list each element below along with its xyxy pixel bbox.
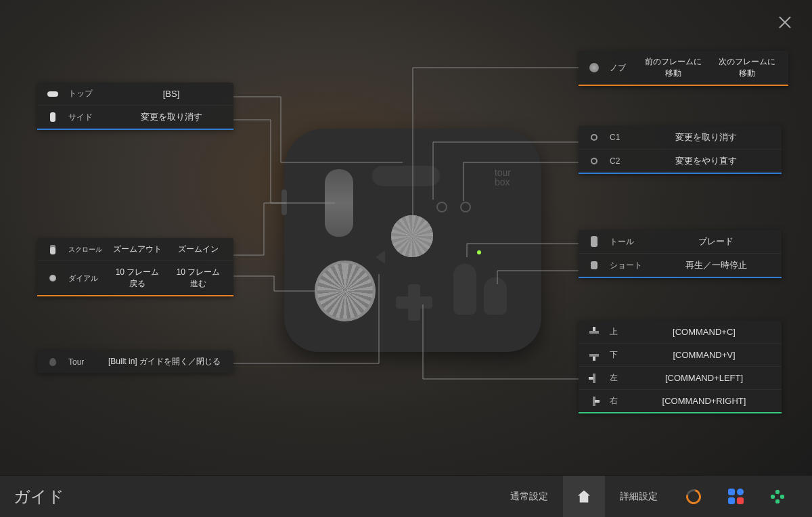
knob-graphic (391, 215, 433, 257)
home-icon (578, 491, 590, 503)
panel-dpad: 上 [COMMAND+C] 下 [COMMAND+V] 左 [COMMAND+L… (579, 321, 782, 413)
panel-c-buttons: C1 変更を取り消す C2 変更をやり直す (579, 126, 782, 174)
tour-label: Tour (68, 357, 95, 367)
short-icon (591, 261, 597, 269)
page-title: ガイド (14, 486, 495, 508)
dpad-down-icon (589, 351, 599, 360)
knob-action-right: 次のフレームに移動 (715, 56, 779, 79)
row-dial[interactable]: ダイアル 10 フレーム戻る 10 フレーム進む (37, 261, 233, 295)
c2-action: 変更をやり直す (639, 155, 772, 167)
up-action: [COMMAND+C] (636, 327, 772, 337)
circle-icon (591, 158, 597, 164)
row-left[interactable]: 左 [COMMAND+LEFT] (579, 366, 782, 389)
c1-action: 変更を取り消す (639, 131, 772, 143)
down-label: 下 (610, 349, 627, 361)
dpad-mode-button[interactable] (757, 490, 798, 503)
knob-icon (589, 63, 599, 72)
home-button[interactable] (563, 476, 605, 518)
row-right[interactable]: 右 [COMMAND+RIGHT] (579, 389, 782, 412)
side-action: 変更を取り消す (118, 111, 224, 123)
scroll-right: ズームイン (173, 244, 224, 255)
dpad-mode-icon (771, 490, 784, 503)
up-label: 上 (610, 326, 627, 338)
short-label: ショート (610, 260, 650, 271)
tall-action: ブレード (660, 235, 772, 248)
right-label: 右 (610, 395, 627, 407)
device-illustration: tourbox (284, 129, 541, 352)
scroll-label: スクロール (68, 245, 102, 254)
panel-scroll-dial: スクロール ズームアウト ズームイン ダイアル 10 フレーム戻る 10 フレー… (37, 238, 233, 296)
row-side[interactable]: サイド 変更を取り消す (37, 105, 233, 129)
short-action: 再生／一時停止 (660, 259, 772, 271)
close-button[interactable] (775, 12, 795, 32)
row-down[interactable]: 下 [COMMAND+V] (579, 343, 782, 366)
dial-left: 10 フレーム戻る (112, 267, 163, 290)
top-button-graphic (372, 166, 440, 186)
panel-tour: Tour [Built in] ガイドを開く／閉じる (37, 351, 233, 373)
pill-icon (47, 91, 58, 97)
tab-normal-settings[interactable]: 通常設定 (495, 476, 563, 518)
left-label: 左 (610, 372, 627, 384)
down-action: [COMMAND+V] (636, 350, 772, 360)
top-action: [BS] (118, 89, 224, 99)
dpad-right-icon (589, 397, 599, 406)
row-c2[interactable]: C2 変更をやり直す (579, 149, 782, 173)
c1-graphic (436, 202, 447, 212)
c1-label: C1 (610, 133, 630, 142)
ring-button[interactable] (673, 489, 715, 504)
circle-icon (591, 134, 597, 141)
pill-v-icon (50, 112, 55, 122)
knob-label: ノブ (610, 62, 631, 74)
dpad-up-icon (589, 328, 599, 337)
short-button-graphic (484, 277, 507, 315)
dial-label: ダイアル (68, 273, 102, 284)
squares-button[interactable] (715, 489, 757, 504)
c2-label: C2 (610, 156, 630, 166)
tab-detail-settings[interactable]: 詳細設定 (605, 476, 673, 518)
row-scroll[interactable]: スクロール ズームアウト ズームイン (37, 238, 233, 261)
row-tour[interactable]: Tour [Built in] ガイドを開く／閉じる (37, 351, 233, 373)
panel-tall-short: トール ブレード ショート 再生／一時停止 (579, 230, 782, 278)
side-arrow-graphic (376, 250, 385, 264)
left-action: [COMMAND+LEFT] (636, 373, 772, 383)
tall-label: トール (610, 236, 650, 248)
row-top[interactable]: トップ [BS] (37, 83, 233, 105)
dial-icon (49, 275, 56, 282)
squares-icon (728, 489, 744, 504)
ring-icon (683, 486, 704, 506)
row-tall[interactable]: トール ブレード (579, 230, 782, 253)
dial-graphic (315, 261, 376, 321)
panel-knob: ノブ 前のフレームに移動 次のフレームに移動 (579, 51, 788, 86)
close-icon (777, 14, 793, 30)
top-label: トップ (68, 88, 109, 99)
bottom-bar: ガイド 通常設定 詳細設定 (0, 475, 812, 517)
tall-button-graphic (453, 264, 476, 315)
knob-action-left: 前のフレームに移動 (641, 56, 705, 79)
row-short[interactable]: ショート 再生／一時停止 (579, 253, 782, 277)
row-up[interactable]: 上 [COMMAND+C] (579, 321, 782, 343)
side-label: サイド (68, 112, 109, 123)
scroll-left: ズームアウト (112, 244, 163, 255)
dial-right: 10 フレーム進む (173, 267, 224, 290)
panel-top-side: トップ [BS] サイド 変更を取り消す (37, 83, 233, 130)
tall-icon (591, 236, 597, 247)
tour-action: [Built in] ガイドを開く／閉じる (105, 356, 224, 367)
device-logo: tourbox (495, 168, 511, 187)
right-action: [COMMAND+RIGHT] (636, 396, 772, 406)
drop-icon (49, 358, 56, 366)
dpad-graphic (396, 284, 432, 321)
scroll-icon (50, 245, 55, 254)
scroll-wheel-graphic (325, 169, 353, 237)
dpad-left-icon (589, 374, 599, 383)
row-knob[interactable]: ノブ 前のフレームに移動 次のフレームに移動 (579, 51, 788, 85)
row-c1[interactable]: C1 変更を取り消す (579, 126, 782, 149)
c2-graphic (460, 202, 471, 212)
led-indicator (477, 250, 481, 254)
